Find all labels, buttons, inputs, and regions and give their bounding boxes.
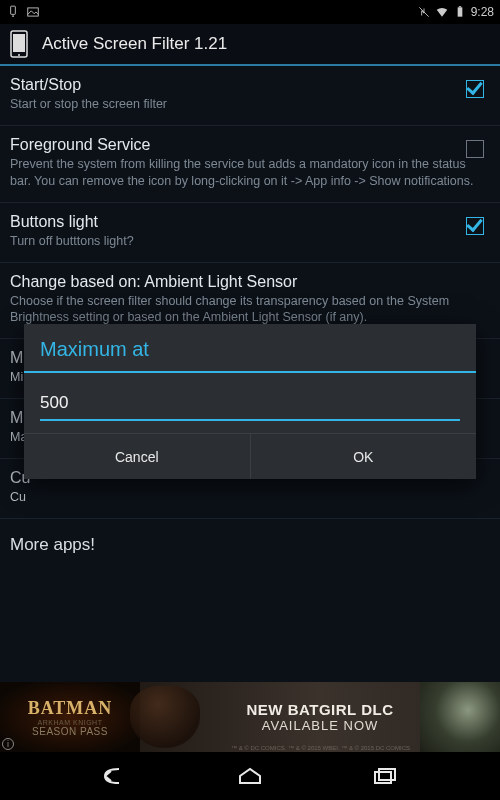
ad-subline: AVAILABLE NOW: [262, 718, 379, 733]
dialog-input[interactable]: [40, 391, 460, 421]
svg-rect-3: [457, 7, 462, 16]
setting-subtitle: Start or stop the screen filter: [10, 96, 490, 113]
svg-rect-9: [379, 769, 395, 780]
setting-title: Start/Stop: [10, 76, 490, 94]
ad-brand-sub2: SEASON PASS: [32, 726, 108, 737]
notification-icon: [6, 5, 20, 19]
svg-rect-6: [13, 34, 25, 52]
ad-figure: [130, 686, 200, 748]
setting-foreground-service[interactable]: Foreground Service Prevent the system fr…: [0, 126, 500, 203]
app-header: Active Screen Filter 1.21: [0, 24, 500, 66]
setting-subtitle: Cu: [10, 489, 490, 506]
setting-title: Change based on: Ambient Light Sensor: [10, 273, 490, 291]
more-apps-link[interactable]: More apps!: [0, 519, 500, 571]
dialog-cancel-button[interactable]: Cancel: [24, 434, 250, 479]
checkbox-buttons-light[interactable]: [466, 217, 488, 239]
setting-subtitle: Choose if the screen filter should chang…: [10, 293, 490, 327]
ad-right-art: [420, 682, 500, 752]
ad-brand: BATMAN: [28, 698, 113, 719]
setting-subtitle: Prevent the system from killing the serv…: [10, 156, 490, 190]
status-time: 9:28: [471, 5, 494, 19]
nav-home-button[interactable]: [230, 762, 270, 790]
svg-rect-0: [11, 6, 16, 14]
ad-info-icon[interactable]: i: [2, 738, 14, 750]
nav-back-button[interactable]: [95, 762, 135, 790]
nav-recent-button[interactable]: [365, 762, 405, 790]
status-bar: 9:28: [0, 0, 500, 24]
ad-brand-block: BATMAN ARKHAM KNIGHT SEASON PASS: [0, 682, 140, 752]
nav-bar: [0, 752, 500, 800]
ad-headline: NEW BATGIRL DLC: [247, 701, 394, 718]
image-icon: [26, 5, 40, 19]
checkbox-start-stop[interactable]: [466, 80, 488, 102]
wifi-icon: [435, 5, 449, 19]
checkbox-foreground-service[interactable]: [466, 140, 488, 162]
ad-fineprint: ™ & © DC COMICS. ™ & © 2015 WBEI. ™ & © …: [231, 745, 410, 751]
svg-rect-4: [458, 6, 460, 7]
svg-point-7: [18, 54, 20, 56]
dialog-maximum-at: Maximum at Cancel OK: [24, 324, 476, 479]
app-title: Active Screen Filter 1.21: [42, 34, 227, 54]
ad-brand-sub: ARKHAM KNIGHT: [38, 719, 103, 726]
setting-title: Buttons light: [10, 213, 490, 231]
setting-start-stop[interactable]: Start/Stop Start or stop the screen filt…: [0, 66, 500, 126]
setting-subtitle: Turn off butttons light?: [10, 233, 490, 250]
setting-title: Foreground Service: [10, 136, 490, 154]
svg-rect-8: [375, 772, 391, 783]
dialog-ok-button[interactable]: OK: [250, 434, 477, 479]
ad-banner[interactable]: BATMAN ARKHAM KNIGHT SEASON PASS NEW BAT…: [0, 682, 500, 752]
app-icon: [8, 29, 30, 59]
vibrate-icon: [417, 5, 431, 19]
setting-buttons-light[interactable]: Buttons light Turn off butttons light?: [0, 203, 500, 263]
dialog-title: Maximum at: [40, 338, 460, 361]
svg-point-1: [12, 15, 14, 17]
battery-icon: [453, 5, 467, 19]
